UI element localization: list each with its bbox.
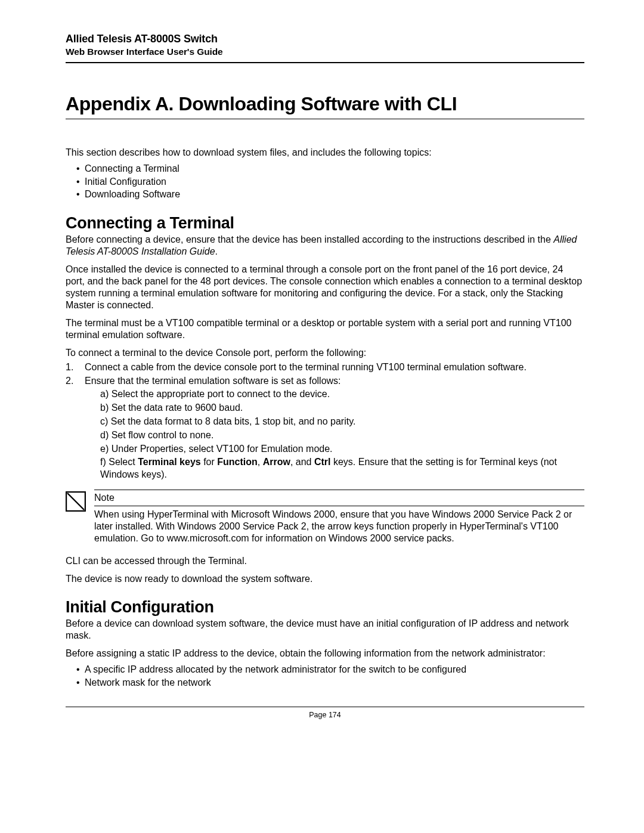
list-item: Downloading Software <box>76 188 584 201</box>
note-block: Note When using HyperTerminal with Micro… <box>66 490 584 544</box>
sub-steps: a) Select the appropriate port to connec… <box>85 388 584 481</box>
sub-item: e) Under Properties, select VT100 for Em… <box>100 443 584 456</box>
text-run: , and <box>290 457 314 467</box>
text-run: f) Select <box>100 457 138 467</box>
step-item: Ensure that the terminal emulation softw… <box>66 375 584 481</box>
sub-item: f) Select Terminal keys for Function, Ar… <box>100 456 584 481</box>
paragraph: Once installed the device is connected t… <box>66 264 584 311</box>
footer-rule <box>66 707 584 707</box>
page-number: Page 174 <box>66 711 584 719</box>
header-product: Allied Telesis AT-8000S Switch <box>66 33 584 45</box>
note-rule <box>94 506 584 506</box>
list-item: A specific IP address allocated by the n… <box>76 663 584 676</box>
note-body: When using HyperTerminal with Microsoft … <box>94 509 584 544</box>
text-run: Ensure that the terminal emulation softw… <box>85 376 341 386</box>
page-header: Allied Telesis AT-8000S Switch Web Brows… <box>66 33 584 57</box>
text-run: , <box>258 457 263 467</box>
sub-item: c) Set the data format to 8 data bits, 1… <box>100 416 584 428</box>
numbered-steps: Connect a cable from the device console … <box>66 361 584 481</box>
paragraph: Before assigning a static IP address to … <box>66 648 584 659</box>
title-rule <box>66 119 584 119</box>
text-bold: Ctrl <box>314 457 331 467</box>
text-bold: Terminal keys <box>138 457 201 467</box>
list-item: Network mask for the network <box>76 676 584 689</box>
topics-list: Connecting a Terminal Initial Configurat… <box>66 162 584 201</box>
text-run: for <box>201 457 218 467</box>
list-item: Connecting a Terminal <box>76 162 584 175</box>
svg-line-1 <box>67 493 84 510</box>
paragraph: Before connecting a device, ensure that … <box>66 234 584 258</box>
paragraph: Before a device can download system soft… <box>66 618 584 642</box>
page: Allied Telesis AT-8000S Switch Web Brows… <box>0 0 644 833</box>
intro-paragraph: This section describes how to download s… <box>66 147 584 159</box>
sub-item: d) Set flow control to none. <box>100 429 584 442</box>
list-item: Initial Configuration <box>76 175 584 188</box>
appendix-title: Appendix A. Downloading Software with CL… <box>66 93 584 115</box>
sub-item: a) Select the appropriate port to connec… <box>100 388 584 401</box>
section-heading-connecting: Connecting a Terminal <box>66 214 584 233</box>
text-bold: Arrow <box>263 457 290 467</box>
text-run: . <box>215 246 218 256</box>
header-rule <box>66 62 584 63</box>
sub-item: b) Set the data rate to 9600 baud. <box>100 402 584 414</box>
note-content: Note When using HyperTerminal with Micro… <box>94 490 584 544</box>
header-guide-name: Web Browser Interface User's Guide <box>66 47 584 57</box>
paragraph: The terminal must be a VT100 compatible … <box>66 317 584 341</box>
info-list: A specific IP address allocated by the n… <box>66 663 584 689</box>
note-heading: Note <box>94 493 584 503</box>
text-run: Before connecting a device, ensure that … <box>66 234 553 244</box>
note-icon <box>66 491 86 512</box>
paragraph: The device is now ready to download the … <box>66 573 584 585</box>
step-item: Connect a cable from the device console … <box>66 361 584 374</box>
text-bold: Function <box>217 457 258 467</box>
note-rule <box>94 490 584 490</box>
paragraph: To connect a terminal to the device Cons… <box>66 347 584 359</box>
section-heading-initial-config: Initial Configuration <box>66 598 584 617</box>
paragraph: CLI can be accessed through the Terminal… <box>66 555 584 567</box>
